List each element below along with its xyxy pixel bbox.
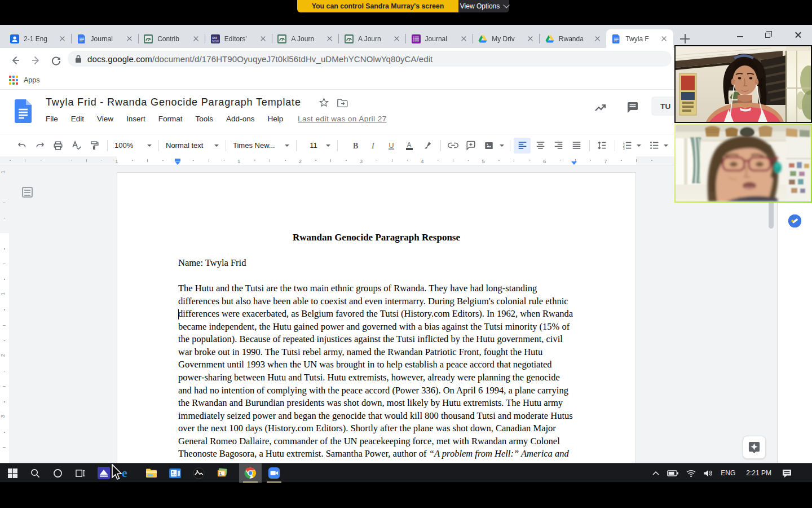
- back-button[interactable]: [7, 52, 24, 69]
- tray-show-hidden-icons[interactable]: [648, 463, 663, 483]
- photos-app-button[interactable]: [187, 463, 210, 483]
- spell-check-button[interactable]: [68, 138, 85, 154]
- address-bar[interactable]: docs.google.com/document/d/176HT90Oyuqye…: [68, 51, 672, 67]
- comment-icon[interactable]: [626, 101, 639, 117]
- reload-button[interactable]: [47, 52, 64, 69]
- browser-tab-5[interactable]: A Journ: [272, 29, 339, 48]
- redo-button[interactable]: [32, 138, 48, 154]
- chrome-taskbar-button[interactable]: [239, 463, 262, 483]
- browser-tab-6[interactable]: A Journ: [339, 29, 406, 48]
- browser-tab-8[interactable]: My Driv: [473, 29, 540, 48]
- window-close-button[interactable]: [785, 25, 811, 43]
- new-tab-button[interactable]: [680, 34, 690, 43]
- font-size-select[interactable]: 11: [300, 138, 334, 154]
- menu-insert[interactable]: Insert: [126, 115, 145, 123]
- document-title[interactable]: Twyla Frid - Rwanda Genocide Paragraph T…: [46, 97, 301, 108]
- browser-tab-2[interactable]: Journal: [72, 29, 139, 48]
- tab-close-icon[interactable]: [392, 34, 401, 43]
- task-view-button[interactable]: [69, 463, 91, 483]
- menu-file[interactable]: File: [46, 115, 58, 123]
- menu-tools[interactable]: Tools: [196, 115, 214, 123]
- menu-help[interactable]: Help: [267, 115, 283, 123]
- document-text[interactable]: Rwandan Genocide Paragraph Response Name…: [178, 231, 580, 461]
- menu-edit[interactable]: Edit: [71, 115, 84, 123]
- window-minimize-button[interactable]: [727, 25, 753, 43]
- action-center-icon[interactable]: [778, 463, 798, 483]
- tab-close-icon[interactable]: [58, 34, 67, 43]
- align-center-button[interactable]: [532, 138, 549, 154]
- menu-format[interactable]: Format: [158, 115, 183, 123]
- browser-tab-9[interactable]: Rwanda: [540, 29, 607, 48]
- tab-close-icon[interactable]: [258, 34, 267, 43]
- edit-mode-bubble[interactable]: [788, 214, 801, 227]
- file-explorer-button[interactable]: [140, 463, 162, 483]
- slideshow-app-button[interactable]: [211, 463, 233, 483]
- undo-button[interactable]: [14, 138, 30, 154]
- zoom-select[interactable]: 100%: [111, 138, 155, 154]
- insert-link-button[interactable]: [444, 138, 461, 154]
- bookmark-apps[interactable]: Apps: [9, 76, 40, 85]
- tab-close-icon[interactable]: [660, 34, 669, 43]
- tab-close-icon[interactable]: [459, 34, 468, 43]
- star-icon[interactable]: [319, 98, 329, 110]
- view-options-button[interactable]: View Options: [458, 0, 509, 12]
- browser-tab-7[interactable]: Journal: [406, 29, 473, 48]
- volume-icon[interactable]: [700, 463, 717, 483]
- menu-view[interactable]: View: [97, 115, 113, 123]
- tab-close-icon[interactable]: [192, 34, 201, 43]
- underline-button[interactable]: U: [383, 138, 400, 154]
- tab-close-icon[interactable]: [325, 34, 334, 43]
- numbered-list-button[interactable]: 123: [619, 138, 636, 154]
- font-select[interactable]: Times New...: [230, 138, 293, 154]
- tab-close-icon[interactable]: [593, 34, 602, 43]
- move-to-folder-icon[interactable]: [337, 99, 348, 110]
- left-indent-marker[interactable]: [175, 161, 180, 165]
- justify-button[interactable]: [568, 138, 585, 154]
- text-color-button[interactable]: A: [401, 138, 418, 154]
- highlight-color-button[interactable]: [419, 138, 436, 154]
- cortana-button[interactable]: [46, 463, 69, 483]
- last-edit-link[interactable]: Last edit was on April 27: [298, 115, 387, 123]
- browser-tab-10-active[interactable]: Twyla F: [606, 29, 673, 48]
- add-comment-button[interactable]: [462, 138, 479, 154]
- document-page[interactable]: Rwandan Genocide Paragraph Response Name…: [117, 172, 636, 463]
- tray-clock[interactable]: 2:21 PM: [739, 463, 778, 483]
- window-restore-button[interactable]: [754, 25, 780, 43]
- insert-image-button[interactable]: [480, 138, 497, 154]
- show-outline-button[interactable]: [22, 187, 33, 198]
- browser-tab-4[interactable]: DHNOWEditors': [205, 29, 272, 48]
- wifi-icon[interactable]: [682, 463, 700, 483]
- insights-icon[interactable]: [594, 101, 607, 117]
- document-paragraph[interactable]: The Hutu and the Tutsi are the two main …: [178, 282, 580, 461]
- align-left-button[interactable]: [514, 138, 531, 154]
- forward-button[interactable]: [28, 52, 45, 69]
- document-name-line[interactable]: Name: Twyla Frid: [178, 257, 580, 270]
- explore-button[interactable]: [743, 436, 766, 459]
- webcam-participant-1[interactable]: [674, 45, 812, 123]
- paragraph-style-select[interactable]: Normal text: [162, 138, 222, 154]
- battery-icon[interactable]: [663, 463, 682, 483]
- bulleted-list-button[interactable]: [646, 138, 663, 154]
- webcam-participant-2-speaking[interactable]: [674, 124, 812, 203]
- right-indent-marker[interactable]: [571, 161, 577, 165]
- tray-language[interactable]: ENG: [717, 463, 739, 483]
- browser-tab-1[interactable]: 2-1 Eng: [5, 29, 72, 48]
- browser-tab-3[interactable]: Contrib: [138, 29, 205, 48]
- bold-button[interactable]: B: [347, 138, 364, 154]
- google-docs-logo[interactable]: [15, 98, 32, 126]
- tab-close-icon[interactable]: [526, 34, 535, 43]
- menu-addons[interactable]: Add-ons: [226, 115, 254, 123]
- start-button[interactable]: [1, 463, 24, 483]
- italic-button[interactable]: I: [365, 138, 382, 154]
- align-right-button[interactable]: [550, 138, 567, 154]
- zoom-app-button[interactable]: [263, 463, 285, 483]
- document-heading[interactable]: Rwandan Genocide Paragraph Response: [178, 231, 575, 244]
- print-button[interactable]: [50, 138, 67, 154]
- mail-app-button[interactable]: [164, 463, 186, 483]
- paint-format-button[interactable]: [86, 138, 103, 154]
- tab-close-icon[interactable]: [125, 34, 134, 43]
- first-line-indent-marker[interactable]: [175, 159, 180, 161]
- taskbar-search-button[interactable]: [24, 463, 46, 483]
- line-spacing-button[interactable]: [593, 138, 610, 154]
- vertical-ruler[interactable]: 1123: [0, 165, 9, 463]
